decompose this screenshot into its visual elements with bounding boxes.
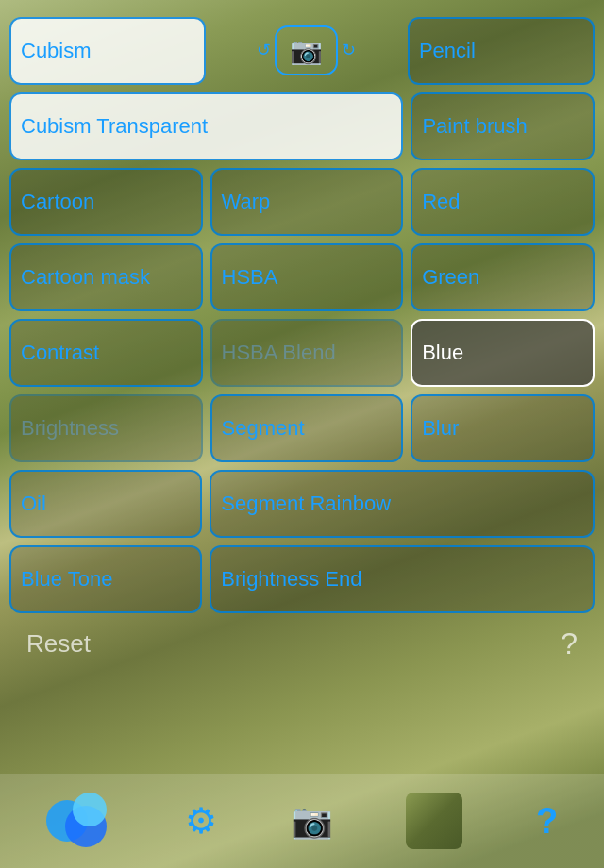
camera-arrow-left-icon: ↺ [257, 40, 271, 60]
oil-button[interactable]: Oil [9, 470, 202, 538]
layers-button[interactable] [46, 793, 112, 849]
segment-button[interactable]: Segment [210, 394, 404, 462]
help-button[interactable]: ? [536, 801, 558, 842]
gear-icon: ⚙ [185, 800, 217, 842]
cartoon-button[interactable]: Cartoon [9, 168, 203, 236]
circle-icon-3 [73, 793, 107, 826]
red-button[interactable]: Red [411, 168, 595, 236]
camera-bottom-icon: 📷 [291, 801, 333, 841]
settings-button[interactable]: ⚙ [185, 800, 217, 842]
brightness-button[interactable]: Brightness [9, 394, 203, 462]
blue-tone-button[interactable]: Blue Tone [9, 545, 202, 613]
cartoon-mask-button[interactable]: Cartoon mask [9, 243, 203, 311]
hsba-button[interactable]: HSBA [210, 243, 404, 311]
camera-arrow-right-icon: ↻ [342, 40, 356, 60]
main-content: Cubism ↺ 📷 ↻ Pencil Cubism Transparent P… [0, 0, 604, 671]
pencil-button[interactable]: Pencil [408, 17, 595, 85]
flip-camera-button[interactable]: ↺ 📷 ↻ [213, 17, 400, 83]
cubism-button[interactable]: Cubism [9, 17, 206, 85]
paint-brush-button[interactable]: Paint brush [411, 92, 595, 160]
segment-rainbow-button[interactable]: Segment Rainbow [210, 470, 595, 538]
brightness-end-button[interactable]: Brightness End [210, 545, 595, 613]
warp-button[interactable]: Warp [210, 168, 404, 236]
camera-icon: 📷 [290, 35, 323, 66]
green-button[interactable]: Green [411, 243, 595, 311]
blue-button[interactable]: Blue [411, 319, 595, 387]
bottom-actions: Reset ? [9, 617, 595, 671]
bottom-bar: ⚙ 📷 ? [0, 774, 604, 868]
hsba-blend-button[interactable]: HSBA Blend [210, 319, 404, 387]
cubism-transparent-button[interactable]: Cubism Transparent [9, 92, 403, 160]
contrast-button[interactable]: Contrast [9, 319, 203, 387]
help-icon: ? [536, 801, 558, 842]
thumbnail-preview[interactable] [406, 793, 462, 849]
help-question-mark[interactable]: ? [561, 626, 578, 661]
reset-button[interactable]: Reset [26, 629, 91, 659]
blur-button[interactable]: Blur [411, 394, 595, 462]
camera-capture-button[interactable]: 📷 [291, 801, 333, 841]
